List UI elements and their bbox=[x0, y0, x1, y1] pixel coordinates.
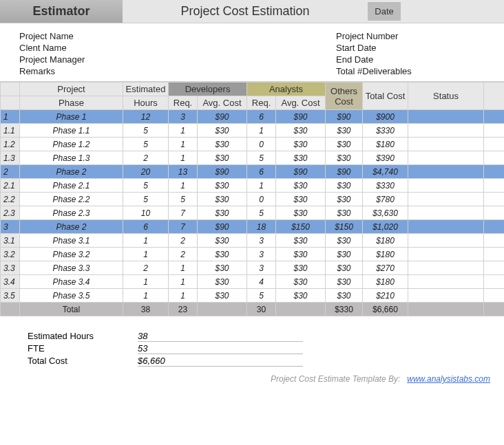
cell-phase[interactable]: Phase 2.2 bbox=[20, 193, 123, 206]
table-row[interactable]: 3.5Phase 3.511$305$30$30$210 bbox=[1, 289, 505, 303]
cell-phase[interactable]: Phase 3.1 bbox=[20, 234, 123, 248]
cell-phase[interactable]: Total bbox=[20, 303, 123, 316]
cell-avg2[interactable]: $30 bbox=[276, 234, 326, 248]
cell-req1[interactable]: 2 bbox=[169, 234, 198, 248]
cell-oth[interactable]: $330 bbox=[326, 303, 363, 316]
cell-req1[interactable]: 13 bbox=[169, 165, 198, 179]
cell-hours[interactable]: 5 bbox=[123, 193, 169, 206]
cell-req2[interactable]: 0 bbox=[247, 193, 276, 206]
cell-phase[interactable]: Phase 1.2 bbox=[20, 138, 123, 151]
cell-avg1[interactable]: $90 bbox=[198, 220, 247, 234]
footer-link[interactable]: www.analysistabs.com bbox=[407, 374, 490, 384]
cell-gap[interactable] bbox=[484, 138, 504, 151]
cell-avg2[interactable]: $30 bbox=[276, 206, 326, 220]
cell-avg2[interactable]: $30 bbox=[276, 275, 326, 289]
cell-req2[interactable]: 6 bbox=[247, 110, 276, 124]
cell-phase[interactable]: Phase 2 bbox=[20, 220, 123, 234]
cell-req2[interactable]: 5 bbox=[247, 151, 276, 165]
cell-st[interactable] bbox=[408, 193, 484, 206]
cell-phase[interactable]: Phase 2 bbox=[20, 165, 123, 179]
cell-idx[interactable] bbox=[1, 303, 20, 316]
summary-value[interactable]: 38 bbox=[138, 331, 303, 342]
info-value[interactable] bbox=[432, 66, 485, 76]
cell-st[interactable] bbox=[408, 289, 484, 303]
cell-hours[interactable]: 5 bbox=[123, 124, 169, 138]
cell-req1[interactable]: 1 bbox=[169, 179, 198, 193]
cell-tot[interactable]: $270 bbox=[363, 261, 408, 275]
cell-oth[interactable]: $150 bbox=[326, 220, 363, 234]
cell-avg2[interactable]: $30 bbox=[276, 124, 326, 138]
cell-idx[interactable]: 2.1 bbox=[1, 179, 20, 193]
cell-req2[interactable]: 30 bbox=[247, 303, 276, 316]
cell-avg2[interactable]: $30 bbox=[276, 289, 326, 303]
cell-oth[interactable]: $30 bbox=[326, 124, 363, 138]
cell-st[interactable] bbox=[408, 179, 484, 193]
cell-req1[interactable]: 1 bbox=[169, 275, 198, 289]
cell-hours[interactable]: 5 bbox=[123, 179, 169, 193]
cell-req2[interactable]: 1 bbox=[247, 179, 276, 193]
cell-req1[interactable]: 1 bbox=[169, 124, 198, 138]
cell-gap[interactable] bbox=[484, 275, 504, 289]
cell-hours[interactable]: 5 bbox=[123, 138, 169, 151]
cell-st[interactable] bbox=[408, 206, 484, 220]
cell-gap[interactable] bbox=[484, 303, 504, 316]
cell-st[interactable] bbox=[408, 138, 484, 151]
cell-idx[interactable]: 3.3 bbox=[1, 261, 20, 275]
table-row[interactable]: 3.4Phase 3.411$304$30$30$180 bbox=[1, 275, 505, 289]
info-value[interactable] bbox=[116, 43, 336, 53]
cell-avg1[interactable]: $30 bbox=[198, 289, 247, 303]
cell-avg2[interactable]: $30 bbox=[276, 261, 326, 275]
cell-req2[interactable]: 0 bbox=[247, 138, 276, 151]
cell-idx[interactable]: 1.3 bbox=[1, 151, 20, 165]
info-value[interactable] bbox=[116, 31, 336, 41]
cell-avg1[interactable]: $30 bbox=[198, 234, 247, 248]
cell-st[interactable] bbox=[408, 234, 484, 248]
info-value[interactable] bbox=[432, 54, 485, 65]
cell-hours[interactable]: 2 bbox=[123, 261, 169, 275]
cell-oth[interactable]: $90 bbox=[326, 165, 363, 179]
cell-phase[interactable]: Phase 3.3 bbox=[20, 261, 123, 275]
cell-hours[interactable]: 10 bbox=[123, 206, 169, 220]
cell-oth[interactable]: $30 bbox=[326, 261, 363, 275]
table-row[interactable]: 2.3Phase 2.3107$305$30$30$3,630 bbox=[1, 206, 505, 220]
cell-avg1[interactable]: $30 bbox=[198, 275, 247, 289]
cell-oth[interactable]: $30 bbox=[326, 275, 363, 289]
cell-req2[interactable]: 5 bbox=[247, 206, 276, 220]
cell-req2[interactable]: 3 bbox=[247, 261, 276, 275]
cell-hours[interactable]: 20 bbox=[123, 165, 169, 179]
cell-gap[interactable] bbox=[484, 179, 504, 193]
cell-req2[interactable]: 1 bbox=[247, 124, 276, 138]
cell-req1[interactable]: 7 bbox=[169, 206, 198, 220]
table-row[interactable]: 1.1Phase 1.151$301$30$30$330 bbox=[1, 124, 505, 138]
cell-tot[interactable]: $180 bbox=[363, 138, 408, 151]
cell-st[interactable] bbox=[408, 151, 484, 165]
cell-req2[interactable]: 6 bbox=[247, 165, 276, 179]
table-row[interactable]: 2.2Phase 2.255$300$30$30$780 bbox=[1, 193, 505, 206]
info-value[interactable] bbox=[432, 31, 485, 41]
cell-st[interactable] bbox=[408, 275, 484, 289]
cell-hours[interactable]: 1 bbox=[123, 275, 169, 289]
cell-idx[interactable]: 3 bbox=[1, 220, 20, 234]
cell-gap[interactable] bbox=[484, 110, 504, 124]
cell-phase[interactable]: Phase 1 bbox=[20, 110, 123, 124]
cell-tot[interactable]: $3,630 bbox=[363, 206, 408, 220]
table-row[interactable]: 3Phase 267$9018$150$150$1,020 bbox=[1, 220, 505, 234]
cell-st[interactable] bbox=[408, 220, 484, 234]
cell-avg1[interactable]: $30 bbox=[198, 193, 247, 206]
cell-gap[interactable] bbox=[484, 248, 504, 261]
cell-req2[interactable]: 18 bbox=[247, 220, 276, 234]
cell-req1[interactable]: 1 bbox=[169, 261, 198, 275]
cell-hours[interactable]: 38 bbox=[123, 303, 169, 316]
cell-gap[interactable] bbox=[484, 206, 504, 220]
cell-tot[interactable]: $330 bbox=[363, 124, 408, 138]
summary-value[interactable]: 53 bbox=[138, 343, 303, 354]
cell-phase[interactable]: Phase 2.3 bbox=[20, 206, 123, 220]
cell-tot[interactable]: $180 bbox=[363, 248, 408, 261]
cell-oth[interactable]: $30 bbox=[326, 179, 363, 193]
cell-phase[interactable]: Phase 3.2 bbox=[20, 248, 123, 261]
cell-req2[interactable]: 4 bbox=[247, 275, 276, 289]
cell-phase[interactable]: Phase 2.1 bbox=[20, 179, 123, 193]
cell-oth[interactable]: $30 bbox=[326, 289, 363, 303]
cell-req1[interactable]: 1 bbox=[169, 151, 198, 165]
cell-hours[interactable]: 6 bbox=[123, 220, 169, 234]
